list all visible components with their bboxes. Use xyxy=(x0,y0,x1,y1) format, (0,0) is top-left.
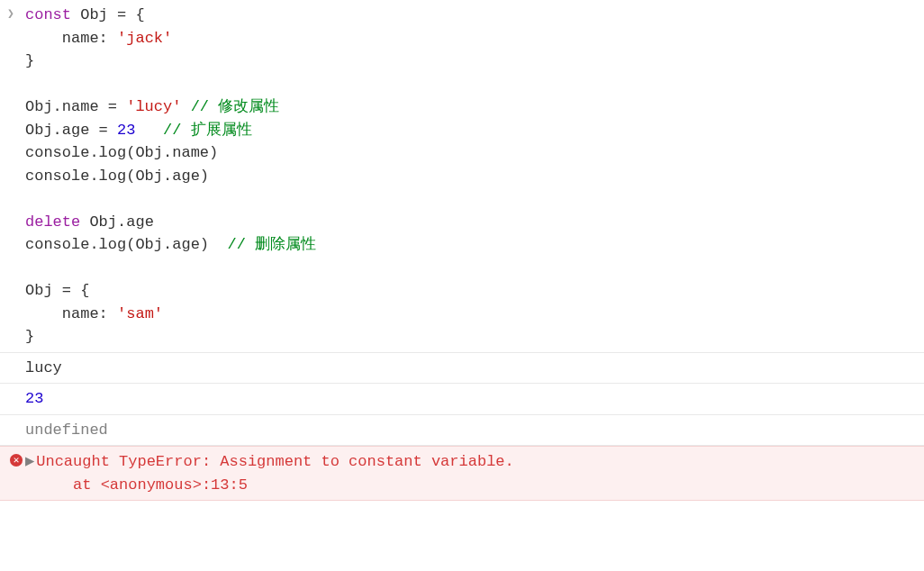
code-token: } xyxy=(25,328,34,345)
console-output-content: lucy xyxy=(25,355,920,382)
code-token: // 删除属性 xyxy=(227,236,316,253)
output-gutter xyxy=(7,355,25,382)
code-token: // 扩展属性 xyxy=(135,122,251,139)
code-token: Obj = { xyxy=(25,282,89,299)
console-output-content: undefined xyxy=(25,417,920,444)
code-token: console.log(Obj.name) xyxy=(25,144,218,161)
code-token: Obj = { xyxy=(80,6,144,23)
console-error-content: ▶Uncaught TypeError: Assignment to const… xyxy=(25,449,920,498)
code-token: delete xyxy=(25,213,89,231)
console-error-entry: ✕ ▶Uncaught TypeError: Assignment to con… xyxy=(0,446,924,501)
code-token: 23 xyxy=(117,122,135,139)
devtools-console[interactable]: ❯ const Obj = { name: 'jack' } Obj.name … xyxy=(0,0,924,501)
input-prompt-icon: ❯ xyxy=(7,2,25,350)
code-token: console.log(Obj.age) xyxy=(25,168,209,185)
code-token: Obj.name = xyxy=(25,98,126,115)
console-code-content: const Obj = { name: 'jack' } Obj.name = … xyxy=(25,2,920,350)
code-token: console.log(Obj.age) xyxy=(25,236,227,253)
expand-arrow-icon[interactable]: ▶ xyxy=(25,450,34,496)
code-token: Obj.age xyxy=(89,213,153,231)
error-icon-gutter: ✕ xyxy=(7,449,25,498)
console-output-entry: 23 xyxy=(0,384,924,415)
output-gutter xyxy=(7,385,25,412)
console-input-entry[interactable]: ❯ const Obj = { name: 'jack' } Obj.name … xyxy=(0,0,924,353)
code-token: name: xyxy=(25,305,117,322)
code-token: } xyxy=(25,52,34,69)
console-output-content: 23 xyxy=(25,385,920,412)
code-token: 'sam' xyxy=(117,305,163,322)
error-icon: ✕ xyxy=(10,454,23,467)
code-token: 'lucy' xyxy=(126,98,181,115)
console-output-entry: lucy xyxy=(0,353,924,385)
code-token: name: xyxy=(25,30,117,47)
code-token: 'jack' xyxy=(117,30,172,47)
code-token: // 修改属性 xyxy=(181,98,279,115)
code-token: Obj.age = xyxy=(25,122,117,139)
output-gutter xyxy=(7,417,25,444)
code-token: const xyxy=(25,6,80,23)
console-output-entry: undefined xyxy=(0,415,924,447)
